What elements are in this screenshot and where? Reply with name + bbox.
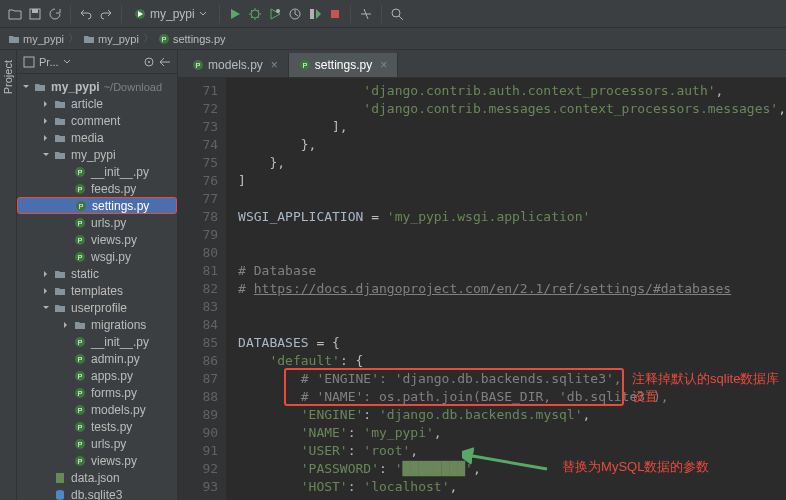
svg-rect-42 [56, 473, 64, 483]
line-number: 92 [178, 460, 218, 478]
editor-tab[interactable]: Psettings.py× [289, 53, 398, 77]
tree-root[interactable]: my_pypi ~/Download [17, 78, 177, 95]
breadcrumb-file[interactable]: Psettings.py [158, 33, 226, 45]
run-config-dropdown[interactable]: my_pypi [128, 7, 213, 21]
code-line[interactable] [238, 244, 786, 262]
tree-item[interactable]: Pviews.py [17, 452, 177, 469]
toolbar-separator [219, 5, 220, 23]
line-number: 74 [178, 136, 218, 154]
code-line[interactable]: 'django.contrib.auth.context_processors.… [238, 82, 786, 100]
tree-item[interactable]: templates [17, 282, 177, 299]
project-header[interactable]: Pr... [17, 50, 177, 74]
file-icon: P [73, 403, 87, 417]
code-line[interactable]: # Database [238, 262, 786, 280]
breadcrumb-sub[interactable]: my_pypi [83, 33, 139, 45]
tree-item[interactable]: Pfeeds.py [17, 180, 177, 197]
tree-item[interactable]: static [17, 265, 177, 282]
line-number: 71 [178, 82, 218, 100]
tree-item[interactable]: Ptests.py [17, 418, 177, 435]
tree-item-label: article [71, 97, 103, 111]
refresh-icon[interactable] [46, 5, 64, 23]
code-line[interactable]: 'NAME': 'my_pypi', [238, 424, 786, 442]
search-icon[interactable] [388, 5, 406, 23]
tree-item[interactable]: Pforms.py [17, 384, 177, 401]
code-line[interactable] [238, 190, 786, 208]
tree-spacer [61, 439, 71, 449]
code-line[interactable] [238, 298, 786, 316]
close-icon[interactable]: × [271, 58, 278, 72]
tree-item[interactable]: P__init__.py [17, 163, 177, 180]
annotation-box-sqlite [284, 368, 624, 406]
line-number: 87 [178, 370, 218, 388]
open-icon[interactable] [6, 5, 24, 23]
stop-icon[interactable] [326, 5, 344, 23]
code-line[interactable] [238, 316, 786, 334]
tree-item[interactable]: Purls.py [17, 214, 177, 231]
code-line[interactable]: DATABASES = { [238, 334, 786, 352]
code-line[interactable]: 'django.contrib.messages.context_process… [238, 100, 786, 118]
code-line[interactable] [238, 226, 786, 244]
line-number: 88 [178, 388, 218, 406]
tree-item[interactable]: media [17, 129, 177, 146]
code-line[interactable]: ] [238, 172, 786, 190]
file-icon: P [73, 182, 87, 196]
run-icon[interactable] [226, 5, 244, 23]
tree-item[interactable]: my_pypi [17, 146, 177, 163]
tree-item-label: urls.py [91, 216, 126, 230]
vcs-icon[interactable] [357, 5, 375, 23]
chevron-right-icon: 〉 [143, 31, 154, 46]
sidebar-tools[interactable] [143, 56, 171, 68]
undo-icon[interactable] [77, 5, 95, 23]
project-tree[interactable]: my_pypi ~/Download articlecommentmediamy… [17, 74, 177, 500]
code-line[interactable]: ], [238, 118, 786, 136]
code-line[interactable]: # https://docs.djangoproject.com/en/2.1/… [238, 280, 786, 298]
tree-item[interactable]: article [17, 95, 177, 112]
tree-item[interactable]: Pwsgi.py [17, 248, 177, 265]
file-icon: P [73, 454, 87, 468]
tree-item[interactable]: data.json [17, 469, 177, 486]
run-config2-icon[interactable] [306, 5, 324, 23]
toolbar-separator [70, 5, 71, 23]
debug-icon[interactable] [246, 5, 264, 23]
file-icon [53, 267, 67, 281]
tree-item[interactable]: userprofile [17, 299, 177, 316]
tree-item[interactable]: Papps.py [17, 367, 177, 384]
save-icon[interactable] [26, 5, 44, 23]
tree-item[interactable]: Pmodels.py [17, 401, 177, 418]
code-line[interactable]: }, [238, 154, 786, 172]
tree-item[interactable]: P__init__.py [17, 333, 177, 350]
line-number: 81 [178, 262, 218, 280]
tree-item-label: media [71, 131, 104, 145]
tree-item[interactable]: Psettings.py [17, 197, 177, 214]
code-body[interactable]: 'django.contrib.auth.context_processors.… [226, 78, 786, 500]
redo-icon[interactable] [97, 5, 115, 23]
tab-label: models.py [208, 58, 263, 72]
tree-item-label: views.py [91, 454, 137, 468]
main-toolbar: my_pypi [0, 0, 786, 28]
code-line[interactable]: 'ENGINE': 'django.db.backends.mysql', [238, 406, 786, 424]
tree-item[interactable]: comment [17, 112, 177, 129]
tree-spacer [61, 235, 71, 245]
tree-item[interactable]: Purls.py [17, 435, 177, 452]
code-line[interactable]: 'PORT': '3306', [238, 496, 786, 500]
run-coverage-icon[interactable] [266, 5, 284, 23]
svg-text:P: P [78, 186, 83, 193]
tree-item[interactable]: migrations [17, 316, 177, 333]
close-icon[interactable]: × [380, 58, 387, 72]
file-icon: P [73, 352, 87, 366]
file-icon: P [73, 233, 87, 247]
left-tool-strip: Project [0, 50, 17, 500]
breadcrumb-root[interactable]: my_pypi [8, 33, 64, 45]
code-editor[interactable]: 7172737475767778798081828384858687888990… [178, 78, 786, 500]
tree-item[interactable]: db.sqlite3 [17, 486, 177, 500]
project-tool-tab[interactable]: Project [0, 54, 16, 100]
tree-item[interactable]: Pviews.py [17, 231, 177, 248]
arrow-right-icon [41, 269, 51, 279]
code-line[interactable]: WSGI_APPLICATION = 'my_pypi.wsgi.applica… [238, 208, 786, 226]
code-line[interactable]: }, [238, 136, 786, 154]
editor-tab[interactable]: Pmodels.py× [182, 53, 289, 77]
tree-item-label: tests.py [91, 420, 132, 434]
profile-icon[interactable] [286, 5, 304, 23]
code-line[interactable]: 'HOST': 'localhost', [238, 478, 786, 496]
tree-item[interactable]: Padmin.py [17, 350, 177, 367]
